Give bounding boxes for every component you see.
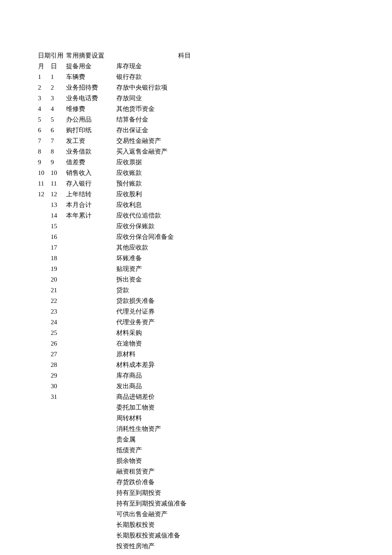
subject-cell: 贵金属 xyxy=(116,434,253,445)
column-month: 月 1 2 3 4 5 6 7 8 9 10 11 12 xyxy=(38,61,51,200)
body-columns: 月 1 2 3 4 5 6 7 8 9 10 11 12 日 1 2 3 4 5… xyxy=(38,61,392,552)
column-subject: 库存现金 银行存款 存放中央银行款项 存放同业 其他货币资金 结算备付金 存出保… xyxy=(116,61,253,552)
day-cell: 13 xyxy=(51,200,66,210)
subject-cell: 坏账准备 xyxy=(116,253,253,264)
day-cell: 10 xyxy=(51,168,66,178)
subject-cell: 预付账款 xyxy=(116,178,253,189)
day-cell: 23 xyxy=(51,306,66,317)
subject-cell: 库存商品 xyxy=(116,370,253,381)
subject-cell: 库存现金 xyxy=(116,61,253,72)
day-cell: 21 xyxy=(51,285,66,296)
summary-cell: 业务招待费 xyxy=(66,82,116,93)
subject-cell: 损余物资 xyxy=(116,456,253,466)
day-cell: 15 xyxy=(51,221,66,232)
summary-cell: 购打印纸 xyxy=(66,125,116,136)
month-cell: 2 xyxy=(38,82,51,93)
day-cell: 28 xyxy=(51,360,66,370)
subject-cell: 长期股权投资 xyxy=(116,520,253,530)
summary-cell: 上年结转 xyxy=(66,189,116,200)
day-cell: 7 xyxy=(51,136,66,146)
subject-cell: 买入返售金融资产 xyxy=(116,146,253,157)
header-subject: 科目 xyxy=(116,50,253,61)
day-cell: 9 xyxy=(51,157,66,168)
subject-cell: 存放中央银行款项 xyxy=(116,82,253,93)
summary-cell: 存入银行 xyxy=(66,178,116,189)
subject-cell: 持有至到期投资减值准备 xyxy=(116,498,253,509)
day-cell: 29 xyxy=(51,370,66,381)
header-date-ref: 日期引用 xyxy=(38,50,66,61)
subject-cell: 代理业务资产 xyxy=(116,317,253,328)
subject-cell: 长期股权投资减值准备 xyxy=(116,530,253,541)
subject-cell: 贴现资产 xyxy=(116,264,253,274)
subject-cell: 应收利息 xyxy=(116,200,253,210)
day-cell: 8 xyxy=(51,146,66,157)
header-month: 月 xyxy=(38,61,51,72)
month-cell: 10 xyxy=(38,168,51,178)
month-cell: 6 xyxy=(38,125,51,136)
subject-cell: 持有至到期投资 xyxy=(116,488,253,498)
subject-cell: 存放同业 xyxy=(116,93,253,104)
summary-cell: 车辆费 xyxy=(66,72,116,82)
day-cell: 5 xyxy=(51,114,66,125)
subject-cell: 应收代位追偿款 xyxy=(116,210,253,221)
header-day: 日 xyxy=(51,61,66,72)
day-cell: 31 xyxy=(51,392,66,402)
day-cell: 17 xyxy=(51,242,66,253)
subject-cell: 交易性金融资产 xyxy=(116,136,253,146)
day-cell: 27 xyxy=(51,349,66,360)
day-cell: 4 xyxy=(51,104,66,114)
summary-cell: 维修费 xyxy=(66,104,116,114)
subject-cell: 材料采购 xyxy=(116,328,253,338)
summary-cell: 发工资 xyxy=(66,136,116,146)
day-cell: 19 xyxy=(51,264,66,274)
month-cell: 7 xyxy=(38,136,51,146)
day-cell: 22 xyxy=(51,296,66,306)
subject-cell: 存出保证金 xyxy=(116,125,253,136)
day-cell: 18 xyxy=(51,253,66,264)
subject-cell: 其他货币资金 xyxy=(116,104,253,114)
day-cell: 20 xyxy=(51,274,66,285)
subject-cell: 材料成本差异 xyxy=(116,360,253,370)
day-cell: 12 xyxy=(51,189,66,200)
summary-cell: 本月合计 xyxy=(66,200,116,210)
document-page: 日期引用 常用摘要设置 科目 月 1 2 3 4 5 6 7 8 9 10 11… xyxy=(0,0,392,555)
month-cell: 11 xyxy=(38,178,51,189)
day-cell: 30 xyxy=(51,381,66,392)
subject-cell: 可供出售金融资产 xyxy=(116,509,253,520)
subject-cell: 应收票据 xyxy=(116,157,253,168)
day-cell: 14 xyxy=(51,210,66,221)
subject-cell: 贷款损失准备 xyxy=(116,296,253,306)
month-cell: 1 xyxy=(38,72,51,82)
header-row-1: 日期引用 常用摘要设置 科目 xyxy=(38,50,392,61)
month-cell: 5 xyxy=(38,114,51,125)
summary-cell: 提备用金 xyxy=(66,61,116,72)
subject-cell: 抵债资产 xyxy=(116,445,253,456)
subject-cell: 原材料 xyxy=(116,349,253,360)
month-cell: 12 xyxy=(38,189,51,200)
month-cell: 9 xyxy=(38,157,51,168)
summary-cell: 借差费 xyxy=(66,157,116,168)
day-cell: 2 xyxy=(51,82,66,93)
day-cell: 3 xyxy=(51,93,66,104)
subject-cell: 拆出资金 xyxy=(116,274,253,285)
subject-cell: 应收分保账款 xyxy=(116,221,253,232)
subject-cell: 融资租赁资产 xyxy=(116,466,253,477)
subject-cell: 贷款 xyxy=(116,285,253,296)
header-summary: 常用摘要设置 xyxy=(66,50,116,61)
subject-cell: 存货跌价准备 xyxy=(116,477,253,488)
subject-cell: 其他应收款 xyxy=(116,242,253,253)
subject-cell: 委托加工物资 xyxy=(116,402,253,413)
subject-cell: 应收分保合同准备金 xyxy=(116,232,253,242)
column-summary: 提备用金 车辆费 业务招待费 业务电话费 维修费 办公用品 购打印纸 发工资 业… xyxy=(66,61,116,221)
subject-cell: 应收股利 xyxy=(116,189,253,200)
subject-cell: 应收账款 xyxy=(116,168,253,178)
day-cell: 6 xyxy=(51,125,66,136)
day-cell: 11 xyxy=(51,178,66,189)
day-cell: 25 xyxy=(51,328,66,338)
day-cell: 1 xyxy=(51,72,66,82)
month-cell: 4 xyxy=(38,104,51,114)
subject-cell: 周转材料 xyxy=(116,413,253,424)
subject-cell: 商品进销差价 xyxy=(116,392,253,402)
subject-cell: 发出商品 xyxy=(116,381,253,392)
subject-cell: 投资性房地产 xyxy=(116,541,253,552)
